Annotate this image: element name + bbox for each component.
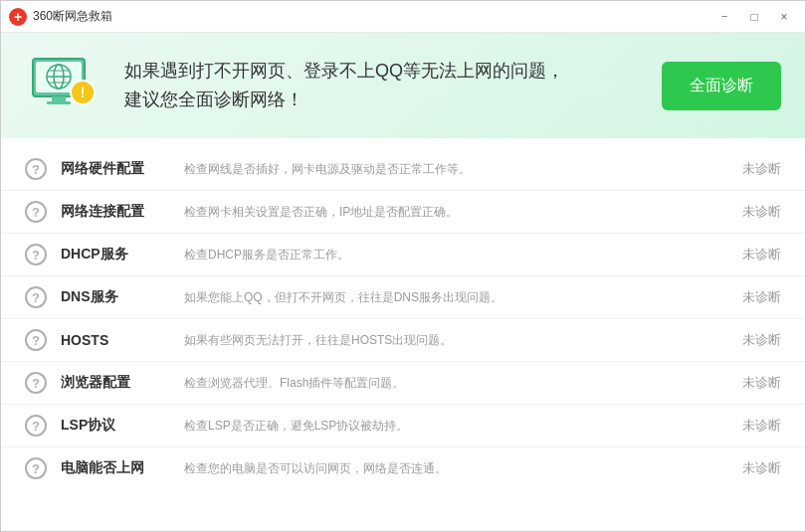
close-button[interactable]: × xyxy=(771,7,797,27)
question-icon: ? xyxy=(25,286,47,308)
banner-text: 如果遇到打不开网页、登录不上QQ等无法上网的问题， 建议您全面诊断网络！ xyxy=(124,57,642,114)
header-banner: ! 如果遇到打不开网页、登录不上QQ等无法上网的问题， 建议您全面诊断网络！ 全… xyxy=(1,33,805,138)
diag-item-desc: 如果有些网页无法打开，往往是HOSTS出现问题。 xyxy=(184,332,717,349)
title-controls: － □ × xyxy=(711,7,797,27)
question-icon: ? xyxy=(25,158,47,180)
content-area: ?网络硬件配置检查网线是否插好，网卡电源及驱动是否正常工作等。未诊断?网络连接配… xyxy=(1,138,805,531)
table-row: ?DHCP服务检查DHCP服务是否正常工作。未诊断 xyxy=(1,234,805,276)
app-icon xyxy=(9,8,27,26)
title-bar: 360断网急救箱 － □ × xyxy=(1,1,805,33)
table-row: ?浏览器配置检查浏览器代理、Flash插件等配置问题。未诊断 xyxy=(1,362,805,405)
title-bar-left: 360断网急救箱 xyxy=(9,8,711,26)
diag-item-desc: 如果您能上QQ，但打不开网页，往往是DNS服务出现问题。 xyxy=(184,289,717,306)
diag-status-badge: 未诊断 xyxy=(731,246,781,264)
diag-item-name: LSP协议 xyxy=(61,417,170,435)
diag-status-badge: 未诊断 xyxy=(731,459,781,477)
diag-status-badge: 未诊断 xyxy=(731,374,781,392)
diag-status-badge: 未诊断 xyxy=(731,203,781,221)
question-icon: ? xyxy=(25,457,47,479)
diag-item-name: HOSTS xyxy=(61,332,170,348)
table-row: ?LSP协议检查LSP是否正确，避免LSP协议被劫持。未诊断 xyxy=(1,405,805,447)
diag-item-name: DHCP服务 xyxy=(61,246,170,264)
table-row: ?网络硬件配置检查网线是否插好，网卡电源及驱动是否正常工作等。未诊断 xyxy=(1,148,805,191)
question-icon: ? xyxy=(25,244,47,266)
diag-status-badge: 未诊断 xyxy=(731,288,781,306)
table-row: ?电脑能否上网检查您的电脑是否可以访问网页，网络是否连通。未诊断 xyxy=(1,447,805,489)
svg-text:!: ! xyxy=(81,85,86,100)
diag-item-desc: 检查您的电脑是否可以访问网页，网络是否连通。 xyxy=(184,460,717,477)
full-diagnose-button[interactable]: 全面诊断 xyxy=(662,62,781,110)
diag-item-name: 浏览器配置 xyxy=(61,374,170,392)
maximize-button[interactable]: □ xyxy=(741,7,767,27)
diag-item-name: DNS服务 xyxy=(61,288,170,306)
diag-item-name: 电脑能否上网 xyxy=(61,459,170,477)
diag-item-desc: 检查网线是否插好，网卡电源及驱动是否正常工作等。 xyxy=(184,161,717,178)
diag-item-name: 网络连接配置 xyxy=(61,203,170,221)
table-row: ?DNS服务如果您能上QQ，但打不开网页，往往是DNS服务出现问题。未诊断 xyxy=(1,276,805,319)
question-icon: ? xyxy=(25,329,47,351)
diag-item-desc: 检查浏览器代理、Flash插件等配置问题。 xyxy=(184,375,717,392)
diag-status-badge: 未诊断 xyxy=(731,417,781,435)
question-icon: ? xyxy=(25,201,47,223)
diag-item-desc: 检查网卡相关设置是否正确，IP地址是否配置正确。 xyxy=(184,204,717,221)
minimize-button[interactable]: － xyxy=(711,7,737,27)
network-monitor-icon: ! xyxy=(25,51,104,120)
question-icon: ? xyxy=(25,372,47,394)
banner-icon-area: ! xyxy=(25,51,104,120)
svg-rect-7 xyxy=(52,96,66,101)
diag-item-desc: 检查DHCP服务是否正常工作。 xyxy=(184,247,717,264)
diag-item-name: 网络硬件配置 xyxy=(61,160,170,178)
banner-main-text: 如果遇到打不开网页、登录不上QQ等无法上网的问题， 建议您全面诊断网络！ xyxy=(124,57,642,114)
table-row: ?网络连接配置检查网卡相关设置是否正确，IP地址是否配置正确。未诊断 xyxy=(1,191,805,234)
diag-item-desc: 检查LSP是否正确，避免LSP协议被劫持。 xyxy=(184,418,717,435)
window-title: 360断网急救箱 xyxy=(33,8,112,25)
diag-status-badge: 未诊断 xyxy=(731,160,781,178)
main-window: 360断网急救箱 － □ × xyxy=(0,0,806,532)
question-icon: ? xyxy=(25,415,47,437)
diag-status-badge: 未诊断 xyxy=(731,331,781,349)
svg-rect-8 xyxy=(47,101,71,104)
table-row: ?HOSTS如果有些网页无法打开，往往是HOSTS出现问题。未诊断 xyxy=(1,319,805,362)
